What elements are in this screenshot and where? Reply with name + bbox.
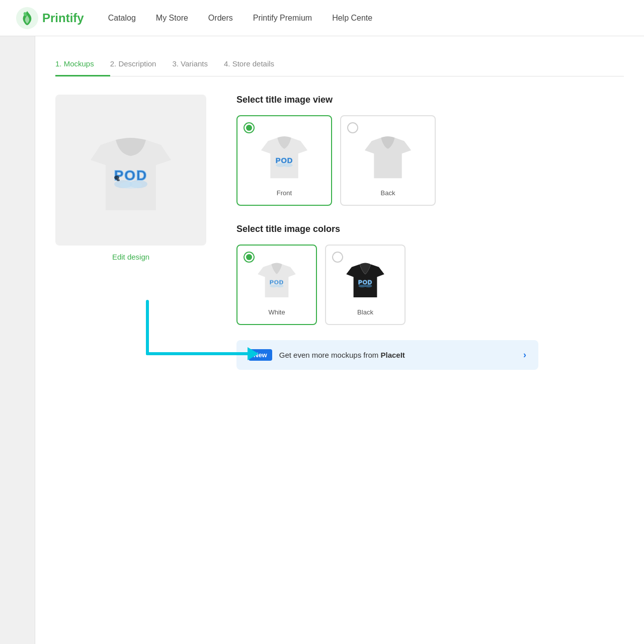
nav-catalog[interactable]: Catalog <box>108 12 136 25</box>
logo-icon <box>16 7 38 29</box>
title-image-view-section: Select title image view POD POD <box>236 95 624 206</box>
placeit-chevron: › <box>523 350 526 360</box>
title-image-view-title: Select title image view <box>236 95 624 105</box>
svg-point-7 <box>114 176 119 180</box>
color-options: POD White POD <box>236 245 624 325</box>
svg-point-17 <box>359 284 366 287</box>
product-preview: POD POD Edit design <box>55 95 206 261</box>
white-tshirt-svg: POD <box>254 254 299 304</box>
color-option-white[interactable]: POD White <box>236 245 317 325</box>
header: Printify Catalog My Store Orders Printif… <box>0 0 644 36</box>
radio-black <box>332 252 343 263</box>
view-options: POD POD Front <box>236 115 624 206</box>
black-tshirt-svg: POD <box>343 254 388 304</box>
edit-design-link[interactable]: Edit design <box>112 253 149 261</box>
svg-text:POD: POD <box>270 278 284 285</box>
front-tshirt-svg: POD POD <box>254 125 314 185</box>
options-panel: Select title image view POD POD <box>236 95 624 370</box>
tab-variants[interactable]: 3. Variants <box>172 52 224 76</box>
tab-bar: 1. Mockups 2. Description 3. Variants 4.… <box>55 52 624 76</box>
tab-store-details[interactable]: 4. Store details <box>224 52 290 76</box>
svg-text:POD: POD <box>276 156 293 164</box>
placeit-banner[interactable]: New Get even more mockups from PlaceIt › <box>236 340 538 370</box>
product-image-box: POD POD <box>55 95 206 246</box>
placeit-text: Get even more mockups from PlaceIt <box>279 351 516 359</box>
nav-my-store[interactable]: My Store <box>156 12 188 25</box>
svg-point-15 <box>276 284 283 287</box>
svg-text:POD: POD <box>358 278 372 285</box>
main-nav: Catalog My Store Orders Printify Premium… <box>108 12 372 25</box>
view-option-front[interactable]: POD POD Front <box>236 115 332 206</box>
title-image-colors-title: Select title image colors <box>236 224 624 234</box>
radio-back <box>347 122 358 133</box>
page-body: 1. Mockups 2. Description 3. Variants 4.… <box>0 36 644 644</box>
new-badge: New <box>249 349 272 361</box>
placeit-brand: PlaceIt <box>380 351 405 359</box>
mockup-section: POD POD Edit design <box>55 95 624 370</box>
radio-front <box>244 122 255 133</box>
logo-text: Printify <box>42 11 84 25</box>
nav-premium[interactable]: Printify Premium <box>253 12 312 25</box>
svg-point-14 <box>270 284 277 287</box>
front-label: Front <box>277 189 292 197</box>
view-option-back[interactable]: Back <box>340 115 436 206</box>
title-image-colors-section: Select title image colors POD <box>236 224 624 325</box>
sidebar <box>0 36 35 644</box>
color-option-black[interactable]: POD Black <box>325 245 406 325</box>
main-content: 1. Mockups 2. Description 3. Variants 4.… <box>35 36 644 644</box>
logo: Printify <box>16 7 84 29</box>
svg-point-6 <box>120 182 142 189</box>
back-tshirt-svg <box>358 125 418 185</box>
black-label: Black <box>357 308 373 316</box>
svg-point-8 <box>117 179 120 181</box>
tab-description[interactable]: 2. Description <box>110 52 173 76</box>
radio-white <box>244 252 255 263</box>
svg-point-12 <box>283 163 292 167</box>
svg-point-18 <box>365 284 372 287</box>
back-label: Back <box>381 189 395 197</box>
nav-help[interactable]: Help Cente <box>332 12 372 25</box>
nav-orders[interactable]: Orders <box>208 12 233 25</box>
white-label: White <box>268 308 285 316</box>
tab-mockups[interactable]: 1. Mockups <box>55 52 110 76</box>
large-tshirt-svg: POD POD <box>80 115 181 225</box>
placeit-pre-text: Get even more mockups from <box>279 351 381 359</box>
placeit-area: New Get even more mockups from PlaceIt › <box>236 340 624 370</box>
